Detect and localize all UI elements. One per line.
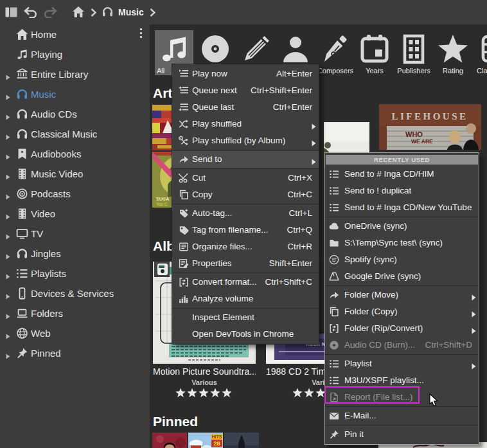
album-title[interactable]: Motion Picture Soundtra... [153,366,256,377]
menu-item-inspect-element[interactable]: Inspect Element [172,309,319,326]
menu-item-open-devtools-in-chrome[interactable]: Open DevTools in Chrome [172,326,319,343]
menu-item-audio-cd-burn[interactable]: Audio CD (Burn)...Ctrl+Shift+D [325,337,479,354]
expand-arrow-icon[interactable] [6,330,10,336]
menu-item-s-temp-sync-test-sync[interactable]: S:\Temp\Sync test\ (sync) [325,235,479,251]
expand-arrow-icon[interactable] [6,111,10,117]
menu-item-send-to-duplicat[interactable]: Send to ! duplicat [325,183,479,199]
menu-item-play-shuffled[interactable]: Play shuffled [172,116,319,132]
menu-item-playlist[interactable]: Playlist [325,355,479,372]
sidebar-item-label: Pinned [31,348,61,359]
sidebar-item-tv[interactable]: TV [0,224,150,244]
audiobook-icon [16,148,28,160]
menu-item-properties[interactable]: PropertiesShift+Enter [172,255,319,272]
expand-arrow-icon[interactable] [6,310,10,316]
menu-item-folder-rip-convert[interactable]: Folder (Rip/Convert) [325,320,479,337]
menu-item-shortcut: Ctrl+R [287,242,312,251]
expand-arrow-icon[interactable] [6,211,10,217]
expand-arrow-icon[interactable] [6,91,10,97]
person-icon [280,33,311,64]
menu-item-analyze-volume[interactable]: Analyze volume [172,291,319,307]
sidebar-item-classical-music[interactable]: Classical Music [0,124,150,144]
expand-arrow-icon[interactable] [6,71,10,77]
menu-item-shortcut: Alt+Enter [276,69,312,78]
menu-item-google-drive-sync[interactable]: Google Drive (sync) [325,268,479,285]
menu-item-label: Google Drive (sync) [344,271,421,281]
album-rating-stars[interactable] [175,388,232,398]
sidebar-item-label: Video [31,208,55,219]
expand-arrow-icon[interactable] [6,291,10,296]
expand-arrow-icon[interactable] [6,350,10,356]
sidebar-item-entire-library[interactable]: Entire Library [0,64,150,84]
menu-item-queue-next[interactable]: Queue nextCtrl+Shift+Enter [172,82,319,99]
expand-arrow-icon[interactable] [6,191,10,197]
sidebar-item-playing[interactable]: Playing [0,44,150,64]
queue-next-icon [179,85,189,96]
menu-item-send-to[interactable]: Send to [172,151,319,168]
breadcrumb-location[interactable]: Music [118,7,144,17]
sidebar-item-label: Entire Library [31,69,88,80]
sidebar-item-video[interactable]: Video [0,204,150,224]
menu-item-folder-copy[interactable]: Folder (Copy) [325,303,479,320]
artist-tile-lifehouse[interactable]: LIFEHOUSEWHOWE ARE [379,104,481,150]
sidebar-item-home[interactable]: Home [0,24,150,44]
sidebar-item-web[interactable]: Web [0,323,150,343]
expand-arrow-icon[interactable] [6,251,10,256]
expand-arrow-icon[interactable] [6,131,10,137]
sidebar-toggle-icon[interactable] [5,7,17,17]
shuffle-icon [179,119,189,129]
sidebar-item-audio-cds[interactable]: Audio CDs [0,104,150,124]
expand-arrow-icon[interactable] [6,271,10,276]
sidebar-item-music-video[interactable]: Music Video [0,164,150,184]
navigation-sidebar: HomePlayingEntire LibraryMusicAudio CDsC… [0,24,150,448]
sidebar-item-folders[interactable]: Folders [0,303,150,323]
expand-arrow-icon[interactable] [6,151,10,157]
smartphone-icon [16,287,28,300]
menu-item-folder-move[interactable]: Folder (Move) [325,287,479,303]
undo-icon[interactable] [24,6,38,18]
filter-composers[interactable]: Composers [316,30,355,75]
menu-item-e-mail[interactable]: E-Mail... [325,408,479,424]
menu-item-send-to-inga-cd-him[interactable]: Send to # Inga CD/HIM [325,166,479,183]
playlist-icon [329,359,339,369]
menu-item-onedrive-sync[interactable]: OneDrive (sync) [325,218,479,235]
menu-separator [172,150,319,150]
sidebar-item-jingles[interactable]: Jingles [0,244,150,264]
menu-item-label: Queue last [192,102,234,112]
menu-item-spotify-sync[interactable]: Spotify (sync) [325,251,479,268]
menu-item-label: Tag from filename... [192,225,269,235]
sidebar-item-devices-services[interactable]: Devices & Services [0,283,150,303]
menu-item-auto-tag[interactable]: Auto-tag...Ctrl+L [172,205,319,222]
annotation-highlight-box [324,386,420,404]
sidebar-item-music[interactable]: Music [0,84,150,104]
filter-publishers[interactable]: Publishers [394,30,433,75]
sidebar-item-pinned[interactable]: Pinned [0,343,150,363]
pinned-tile-3[interactable] [224,433,259,448]
pinned-tile-2[interactable]: HITS28 [188,433,223,448]
filter-rating[interactable]: Rating [434,30,472,75]
filter-label: Rating [434,67,472,75]
menu-item-copy[interactable]: CopyCtrl+C [172,186,319,203]
expand-arrow-icon[interactable] [6,171,10,177]
sidebar-item-audiobooks[interactable]: Audiobooks [0,144,150,164]
menu-item-organize-files[interactable]: Organize files...Ctrl+R [172,238,319,255]
filter-classification[interactable]: Classification [477,30,487,75]
menu-item-convert-format[interactable]: Convert format...Ctrl+Shift+C [172,274,319,291]
menu-item-play-shuffled-by-album[interactable]: Play shuffled (by Album) [172,132,319,149]
menu-item-label: Convert format... [192,277,257,287]
menu-item-queue-last[interactable]: Queue lastCtrl+Enter [172,99,319,116]
pinned-tile-1[interactable] [152,433,187,448]
sidebar-item-playlists[interactable]: Playlists [0,264,150,283]
home-icon[interactable] [73,6,84,17]
menu-item-play-now[interactable]: Play nowAlt+Enter [172,66,319,82]
menu-item-shortcut: Shift+Enter [269,258,312,268]
menu-item-send-to-inga-cd-new-youtube[interactable]: Send to # Inga CD/New YouTube [325,199,479,216]
sidebar-item-podcasts[interactable]: Podcasts [0,184,150,204]
expand-arrow-icon[interactable] [6,231,10,237]
menu-item-cut[interactable]: CutCtrl+X [172,170,319,186]
redo-icon[interactable] [43,6,57,18]
menu-item-tag-from-filename[interactable]: Tag from filename...Ctrl+Q [172,222,319,238]
menu-item-shortcut: Ctrl+C [287,190,312,199]
filter-years[interactable]: Years [355,30,394,75]
copy-icon [329,307,339,317]
menu-item-pin-it[interactable]: Pin it [325,426,479,443]
